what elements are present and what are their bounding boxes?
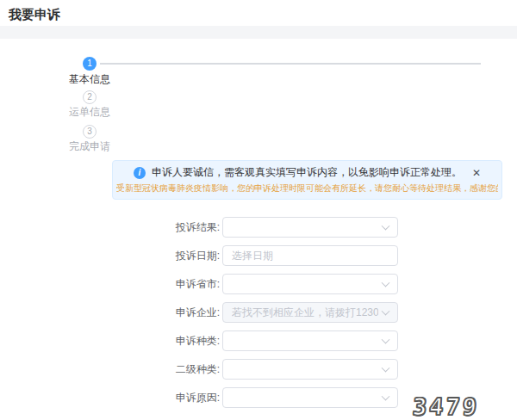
appeal-enterprise-select: [222, 302, 398, 323]
step-1-indicator: 1: [83, 57, 97, 71]
appeal-reason-select[interactable]: [222, 387, 398, 408]
info-alert: i 申诉人要诚信，需客观真实填写申诉内容，以免影响申诉正常处理。 ✕ 受新型冠状…: [112, 160, 502, 200]
form-row-secondary-category: 二级种类:: [0, 359, 517, 380]
step-3-indicator: 3: [83, 125, 97, 139]
watermark: 3479: [412, 393, 480, 420]
appeal-enterprise-input: [223, 303, 397, 322]
covid-notice-text: 受新型冠状病毒肺炎疫情影响，您的申诉处理时限可能会有所延长，请您耐心等待处理结果…: [116, 182, 498, 195]
alert-message: 申诉人要诚信，需客观真实填写申诉内容，以免影响申诉正常处理。: [152, 165, 462, 180]
secondary-category-input[interactable]: [223, 360, 397, 379]
complaint-result-label: 投诉结果:: [0, 217, 220, 238]
step-connector-line: [100, 63, 481, 65]
form-row-appeal-province: 申诉省市:: [0, 274, 517, 294]
complaint-date-input[interactable]: [223, 246, 397, 265]
step-2-indicator: 2: [83, 90, 97, 104]
form-row-appeal-enterprise: 申诉企业:: [0, 302, 517, 323]
secondary-category-label: 二级种类:: [0, 359, 220, 380]
appeal-reason-label: 申诉原因:: [0, 387, 220, 408]
complaint-result-select[interactable]: [222, 217, 398, 238]
appeal-reason-input[interactable]: [223, 388, 397, 407]
header-divider-band: [0, 26, 517, 39]
appeal-category-input[interactable]: [223, 331, 397, 350]
page-title: 我要申诉: [9, 7, 60, 23]
appeal-province-select[interactable]: [222, 274, 398, 294]
appeal-category-label: 申诉种类:: [0, 330, 220, 351]
step-1-label: 基本信息: [69, 72, 110, 87]
complaint-date-label: 投诉日期:: [0, 245, 220, 266]
step-2-label: 运单信息: [69, 105, 110, 120]
appeal-province-label: 申诉省市:: [0, 274, 220, 294]
appeal-province-input[interactable]: [223, 275, 397, 293]
form-row-complaint-date: 投诉日期:: [0, 245, 517, 266]
form-row-complaint-result: 投诉结果:: [0, 217, 517, 238]
appeal-enterprise-label: 申诉企业:: [0, 302, 220, 323]
secondary-category-select[interactable]: [222, 359, 398, 380]
appeal-page: 我要申诉 1 基本信息 2 运单信息 3 完成申请 i 申诉人要诚信，需客观真实…: [0, 0, 517, 420]
form-row-appeal-category: 申诉种类:: [0, 330, 517, 351]
alert-close-icon[interactable]: ✕: [472, 167, 481, 179]
appeal-form: 投诉结果: 投诉日期: 申诉省市: 申诉企业:: [0, 217, 517, 416]
complaint-date-picker[interactable]: [222, 245, 398, 266]
info-circle-icon: i: [134, 167, 146, 179]
step-3-label: 完成申请: [69, 139, 110, 154]
appeal-category-select[interactable]: [222, 330, 398, 351]
complaint-result-input[interactable]: [223, 218, 397, 237]
